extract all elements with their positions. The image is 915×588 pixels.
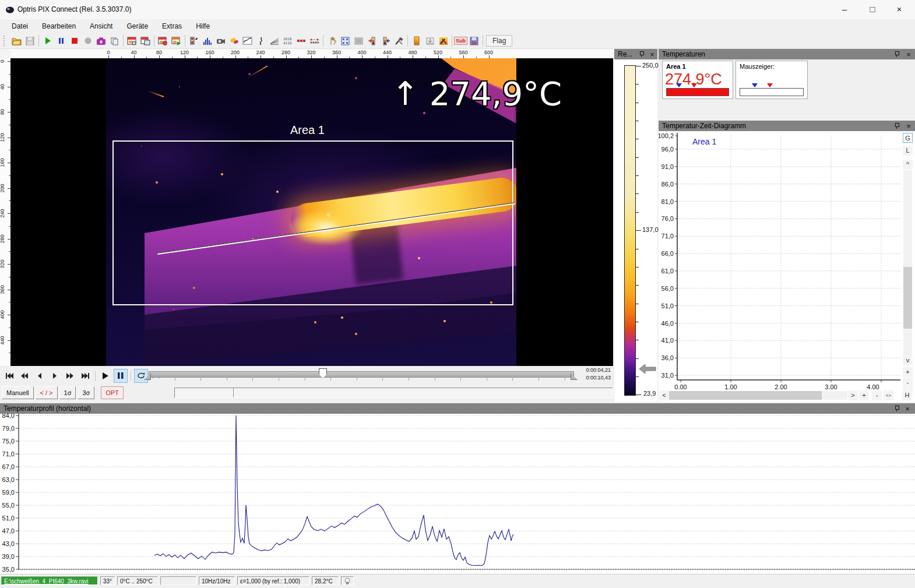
timeline-tick xyxy=(149,378,149,381)
status-angle: 33° xyxy=(100,576,115,585)
skip-end-button[interactable] xyxy=(78,369,92,383)
scaling-track[interactable] xyxy=(174,388,613,398)
copy-icon[interactable] xyxy=(108,34,121,48)
time-chart-vscroll-thumb[interactable] xyxy=(903,267,912,329)
status-file-path[interactable]: E:\schweißen_4_PI640_3kw.ravi xyxy=(1,576,98,585)
scroll-left-icon[interactable]: < xyxy=(659,390,669,400)
toolbar-grip[interactable] xyxy=(3,36,6,46)
timeline-track[interactable] xyxy=(149,371,574,378)
snapshot-view-icon[interactable] xyxy=(352,34,365,48)
close-button[interactable]: × xyxy=(886,0,913,19)
scroll-up-icon[interactable]: ^ xyxy=(903,160,913,170)
timeline-tick xyxy=(357,378,357,381)
save-image-icon[interactable] xyxy=(125,34,139,48)
layout-tools-icon[interactable] xyxy=(437,34,450,48)
window-play-icon[interactable] xyxy=(170,34,183,48)
menu-extras[interactable]: Extras xyxy=(155,20,189,32)
measure-distance-icon[interactable] xyxy=(308,34,321,48)
time-chart-local-button[interactable]: L xyxy=(903,146,913,156)
hzoom-out-button[interactable]: - xyxy=(872,390,882,400)
pause-icon[interactable] xyxy=(54,34,68,48)
area1-range-bar xyxy=(666,88,729,96)
save-icon[interactable] xyxy=(23,34,37,48)
sigma1-button[interactable]: 1σ xyxy=(59,386,76,399)
timeline-tick xyxy=(330,378,331,381)
digital-display-icon[interactable]: 20184110 xyxy=(281,34,294,48)
profile-panel-close-icon[interactable]: × xyxy=(903,404,912,413)
pin-icon[interactable] xyxy=(894,123,900,129)
scroll-down-icon[interactable]: v xyxy=(903,355,913,365)
play-button[interactable] xyxy=(98,369,112,383)
vzoom-in-button[interactable]: + xyxy=(903,367,913,377)
fullscreen-icon[interactable] xyxy=(339,34,352,48)
ruler-label: 120 xyxy=(0,130,5,145)
window-record-icon[interactable] xyxy=(156,34,170,48)
menu-datei[interactable]: Datei xyxy=(5,20,35,32)
area1-overlay-label: Area 1 xyxy=(290,124,325,137)
scroll-right-icon[interactable]: > xyxy=(848,390,858,400)
menu-ansicht[interactable]: Ansicht xyxy=(83,20,119,32)
step-back-button[interactable] xyxy=(33,369,47,383)
palette-shift-left-icon[interactable] xyxy=(379,34,392,48)
skip-start-button[interactable] xyxy=(2,369,16,383)
temperature-scale-bar[interactable] xyxy=(624,65,636,396)
record-icon[interactable] xyxy=(81,34,94,48)
temperature-column-icon[interactable] xyxy=(410,34,423,48)
step-forward-button[interactable] xyxy=(48,369,62,383)
ruler-label: 80 xyxy=(0,104,5,119)
menu-hilfe[interactable]: Hilfe xyxy=(189,20,217,32)
status-lamp-chip[interactable] xyxy=(341,576,354,585)
manual-scaling-button[interactable]: Manuell xyxy=(2,386,34,399)
vzoom-out-button[interactable]: - xyxy=(903,378,913,388)
hand-tool-icon[interactable] xyxy=(325,34,339,48)
svg-text:4110: 4110 xyxy=(283,41,292,45)
hold-button[interactable]: H xyxy=(902,390,912,400)
histogram-icon[interactable] xyxy=(200,34,214,48)
fast-rewind-button[interactable] xyxy=(17,369,31,383)
stop-icon[interactable] xyxy=(68,34,81,48)
profile-curve-icon[interactable] xyxy=(254,34,268,48)
measure-points-icon[interactable] xyxy=(294,34,308,48)
open-file-icon[interactable] xyxy=(10,34,23,48)
palette-shift-right-icon[interactable] xyxy=(365,34,379,48)
fast-forward-button[interactable] xyxy=(63,369,77,383)
temperatures-panel-close-icon[interactable]: × xyxy=(905,50,913,59)
sigma3-button[interactable]: 3σ xyxy=(78,386,94,399)
menu-bearbeiten[interactable]: Bearbeiten xyxy=(35,20,83,32)
pin-icon[interactable] xyxy=(639,51,645,57)
opt-button[interactable]: OPT xyxy=(101,386,124,399)
time-chart-panel-close-icon[interactable]: × xyxy=(905,121,913,131)
loop-button[interactable] xyxy=(134,369,148,383)
area1-roi-rectangle[interactable] xyxy=(112,140,513,305)
snapshot-camera-icon[interactable] xyxy=(94,34,108,48)
scale-panel-close-icon[interactable]: × xyxy=(648,50,656,59)
scale-tick xyxy=(636,175,639,176)
settings-tools-icon[interactable] xyxy=(392,34,406,48)
time-chart-global-button[interactable]: G xyxy=(903,133,913,143)
menu-geraete[interactable]: Geräte xyxy=(119,20,155,32)
subtract-icon[interactable]: Sub xyxy=(454,34,467,48)
hzoom-in-button[interactable]: + xyxy=(859,390,869,400)
pause-button[interactable] xyxy=(114,369,128,383)
minimize-button[interactable]: – xyxy=(831,0,858,19)
camera-settings-icon[interactable] xyxy=(214,34,227,48)
range-scaling-button[interactable]: < / > xyxy=(36,386,58,399)
ruler-label: 0 xyxy=(0,58,5,69)
dock-window-icon[interactable] xyxy=(423,34,437,48)
ruler-label: 520 xyxy=(431,50,445,55)
copy-image-icon[interactable] xyxy=(139,34,152,48)
play-icon[interactable] xyxy=(41,34,54,48)
save-subtract-icon[interactable]: Sb xyxy=(467,34,481,48)
maximize-button[interactable]: □ xyxy=(859,0,886,19)
pin-icon[interactable] xyxy=(894,51,900,57)
diagram-curve-icon[interactable] xyxy=(241,34,254,48)
hfit-button[interactable]: <> xyxy=(884,390,893,400)
flag-button[interactable]: Flag xyxy=(486,35,512,47)
svg-text:39,0: 39,0 xyxy=(2,553,15,560)
time-chart-hscroll-thumb[interactable] xyxy=(669,391,822,400)
pin-icon[interactable] xyxy=(894,406,900,411)
multi-curves-icon[interactable] xyxy=(268,34,281,48)
palette-select-icon[interactable] xyxy=(187,34,200,48)
scale-tick xyxy=(636,157,639,158)
color-correction-icon[interactable] xyxy=(227,34,241,48)
